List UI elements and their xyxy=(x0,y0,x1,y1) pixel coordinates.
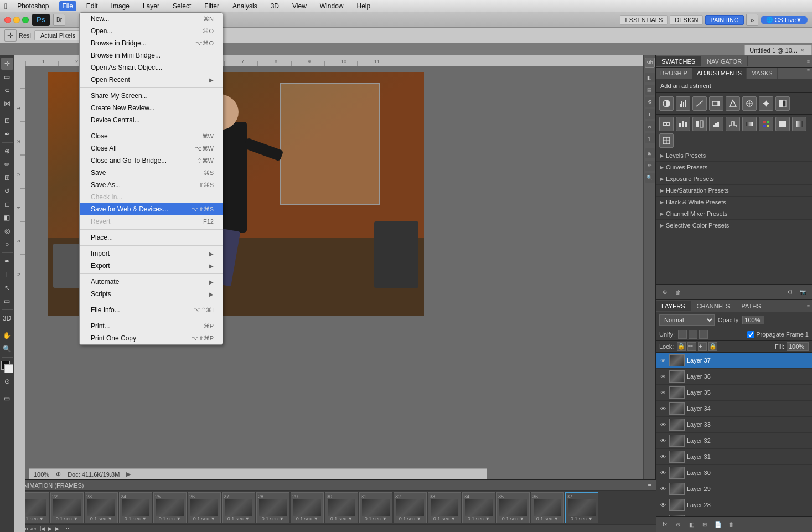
menu-item-label: Open Recent xyxy=(91,76,130,84)
menu-shortcut: ⌘N xyxy=(203,16,214,23)
menu-item-browse-in-bridge---[interactable]: Browse in Bridge...⌥⌘O xyxy=(80,37,223,49)
menu-shortcut: ⌘P xyxy=(204,323,214,330)
menu-item-revert: RevertF12 xyxy=(80,215,223,228)
menu-item-label: Print... xyxy=(91,322,110,330)
menu-item-file-info---[interactable]: File Info...⌥⇧⌘I xyxy=(80,304,223,316)
menu-separator xyxy=(80,318,223,318)
menu-item-share-my-screen---[interactable]: Share My Screen... xyxy=(80,90,223,102)
menu-item-label: File Info... xyxy=(91,306,120,314)
menu-item-label: Device Central... xyxy=(91,116,140,124)
menu-item-label: Place... xyxy=(91,234,113,241)
menu-shortcut: ⌥⇧⌘I xyxy=(194,307,214,314)
menu-item-label: Save for Web & Devices... xyxy=(91,205,168,213)
menu-item-close-and-go-to-bridge---[interactable]: Close and Go To Bridge...⇧⌘W xyxy=(80,154,223,167)
menu-item-export[interactable]: Export▶ xyxy=(80,260,223,272)
menu-item-label: Close and Go To Bridge... xyxy=(91,157,167,164)
menu-item-label: Automate xyxy=(91,278,119,286)
menu-item-label: Share My Screen... xyxy=(91,92,148,100)
menu-item-label: Close xyxy=(91,132,108,140)
menu-shortcut: ⇧⌘S xyxy=(199,182,214,189)
menu-item-label: Open... xyxy=(91,27,112,35)
menu-item-new---[interactable]: New...⌘N xyxy=(80,13,223,25)
menu-item-open-recent[interactable]: Open Recent▶ xyxy=(80,74,223,86)
menu-item-label: Close All xyxy=(91,144,117,152)
submenu-arrow-icon: ▶ xyxy=(209,251,214,257)
menu-item-device-central---[interactable]: Device Central... xyxy=(80,114,223,126)
submenu-arrow-icon: ▶ xyxy=(209,263,214,269)
submenu-arrow-icon: ▶ xyxy=(209,279,214,285)
menu-item-save-for-web---devices---[interactable]: Save for Web & Devices...⌥⇧⌘S xyxy=(80,203,223,215)
menu-item-close[interactable]: Close⌘W xyxy=(80,130,223,142)
menu-shortcut: ⌥⇧⌘P xyxy=(192,335,214,342)
menu-item-check-in---: Check In... xyxy=(80,191,223,203)
menu-shortcut: ⇧⌘W xyxy=(197,157,214,164)
menu-separator xyxy=(80,87,223,88)
menu-item-label: Browse in Mini Bridge... xyxy=(91,51,161,59)
menu-item-close-all[interactable]: Close All⌥⌘W xyxy=(80,142,223,154)
menu-shortcut: ⌥⇧⌘S xyxy=(192,206,214,213)
menu-item-label: New... xyxy=(91,15,109,23)
menu-shortcut: ⌥⌘O xyxy=(195,40,214,47)
menu-shortcut: ⌘S xyxy=(204,169,214,177)
file-menu: New...⌘NOpen...⌘OBrowse in Bridge...⌥⌘OB… xyxy=(79,12,223,345)
menu-shortcut: ⌘O xyxy=(203,28,214,35)
menu-shortcut: ⌥⌘W xyxy=(195,145,214,152)
menu-item-label: Export xyxy=(91,262,110,270)
menu-item-print---[interactable]: Print...⌘P xyxy=(80,320,223,332)
menu-item-label: Import xyxy=(91,250,110,257)
menu-item-save-as---[interactable]: Save As...⇧⌘S xyxy=(80,179,223,191)
menu-item-place---[interactable]: Place... xyxy=(80,231,223,244)
submenu-arrow-icon: ▶ xyxy=(209,291,214,297)
menu-item-label: Check In... xyxy=(91,193,122,201)
menu-separator xyxy=(80,273,223,274)
menu-separator xyxy=(80,128,223,128)
menu-item-label: Open As Smart Object... xyxy=(91,64,162,71)
menu-item-import[interactable]: Import▶ xyxy=(80,247,223,260)
menu-shortcut: F12 xyxy=(203,218,214,225)
menu-item-label: Revert xyxy=(91,218,110,225)
menu-separator xyxy=(80,245,223,246)
menu-item-save[interactable]: Save⌘S xyxy=(80,167,223,179)
menu-item-open---[interactable]: Open...⌘O xyxy=(80,25,223,37)
menu-item-create-new-review---[interactable]: Create New Review... xyxy=(80,102,223,114)
menu-item-label: Browse in Bridge... xyxy=(91,39,147,47)
menu-shortcut: ⌘W xyxy=(202,133,214,140)
menu-item-label: Print One Copy xyxy=(91,334,136,342)
menu-item-automate[interactable]: Automate▶ xyxy=(80,276,223,288)
submenu-arrow-icon: ▶ xyxy=(209,77,214,83)
menu-item-scripts[interactable]: Scripts▶ xyxy=(80,288,223,300)
menu-item-label: Scripts xyxy=(91,290,111,298)
menu-item-browse-in-mini-bridge---[interactable]: Browse in Mini Bridge... xyxy=(80,49,223,61)
menu-item-label: Save As... xyxy=(91,181,121,189)
menu-item-label: Save xyxy=(91,169,106,177)
menu-item-label: Create New Review... xyxy=(91,104,154,112)
menu-separator xyxy=(80,302,223,302)
menu-item-open-as-smart-object---[interactable]: Open As Smart Object... xyxy=(80,61,223,74)
menu-separator xyxy=(80,229,223,230)
menu-item-print-one-copy[interactable]: Print One Copy⌥⇧⌘P xyxy=(80,332,223,344)
